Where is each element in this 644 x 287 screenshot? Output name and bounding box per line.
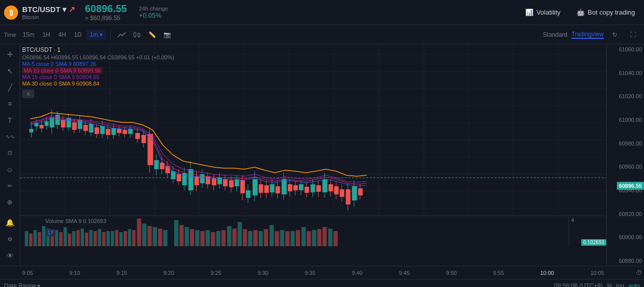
svg-rect-260 xyxy=(111,231,114,246)
svg-rect-221 xyxy=(102,232,106,246)
svg-rect-228 xyxy=(163,230,168,246)
ma30-label: MA 30 close 0 SMA 9 60908.84 xyxy=(22,81,174,87)
time-925: 9:25 xyxy=(210,270,221,276)
line-tool[interactable]: ╱ xyxy=(4,81,17,94)
svg-rect-231 xyxy=(185,227,189,246)
pencil2-tool[interactable]: ✏ xyxy=(4,180,17,192)
log-button[interactable]: log xyxy=(616,282,624,288)
change-section: 24h change +0.05% xyxy=(139,6,168,19)
header: ₿ BTC/USDT ▾ ↗ Bitcoin 60896.55 = $60,89… xyxy=(0,0,644,25)
toolbar: Time 15m 1H 4H 1D 1m ▾ ✏️ 📷 Standard Tra… xyxy=(0,25,644,44)
time-1h[interactable]: 1H xyxy=(39,30,53,40)
price-axis: 61060.00 61040.00 61020.00 61000.00 6098… xyxy=(606,44,644,266)
svg-rect-265 xyxy=(132,230,136,246)
svg-rect-212 xyxy=(63,227,67,246)
svg-rect-166 xyxy=(288,184,292,191)
wave-tool[interactable]: ∿∿ xyxy=(4,130,17,143)
arrow-indicator: ↗ xyxy=(68,5,75,14)
lock-tool[interactable]: ⚙ xyxy=(4,233,17,246)
price-61040: 61040.00 xyxy=(609,70,642,76)
time-1d[interactable]: 1D xyxy=(70,30,85,40)
time-1000: 10:00 xyxy=(540,270,554,276)
svg-rect-230 xyxy=(180,225,184,246)
time-945: 9:45 xyxy=(399,270,410,276)
percent-button[interactable]: % xyxy=(607,282,612,288)
svg-rect-255 xyxy=(312,230,316,246)
time-905: 9:05 xyxy=(22,270,33,276)
collapse-btn[interactable]: ∧ xyxy=(22,90,174,98)
time-axis: 9:05 9:10 9:15 9:20 9:25 9:30 9:35 9:40 … xyxy=(0,266,644,279)
time-axis-icon[interactable]: ⏱ xyxy=(636,269,642,276)
svg-rect-79 xyxy=(117,129,121,133)
alert-tool[interactable]: 🔔 xyxy=(4,217,17,229)
svg-rect-55 xyxy=(72,122,76,130)
date-range-selector[interactable]: Date Range ▾ xyxy=(4,282,40,288)
svg-rect-235 xyxy=(206,230,210,246)
line-chart-icon[interactable] xyxy=(115,28,129,42)
price-60920: 60920.00 xyxy=(609,211,642,217)
svg-rect-175 xyxy=(304,187,309,193)
cursor-tool[interactable]: ↖ xyxy=(4,65,17,78)
volume-container: Volume SMA 9 0.102693 17 xyxy=(20,216,606,246)
time-15m[interactable]: 15m xyxy=(19,30,38,40)
svg-rect-232 xyxy=(190,229,194,246)
zoom-tool[interactable]: ⊕ xyxy=(4,196,17,208)
svg-rect-115 xyxy=(188,169,193,190)
change-label: 24h change xyxy=(139,6,168,12)
price-60980: 60980.00 xyxy=(609,140,642,147)
refresh-icon[interactable]: ↻ xyxy=(608,28,622,42)
view-tradingview[interactable]: Tradingview xyxy=(572,31,604,39)
svg-rect-223 xyxy=(137,219,141,246)
crosshair-tool[interactable]: ✛ xyxy=(4,48,17,61)
time-950: 9:50 xyxy=(446,270,456,276)
current-price-badge: 60896.55 xyxy=(617,182,644,190)
smiley-tool[interactable]: ☺ xyxy=(4,163,17,176)
price-61000: 61000.00 xyxy=(609,117,642,123)
left-tools: ✛ ↖ ╱ ≡ T ∿∿ ⊡ ☺ ✏ ⊕ 🔔 ⚙ 👁 xyxy=(0,44,20,266)
time-4h[interactable]: 4H xyxy=(55,30,69,40)
bottom-bar: Date Range ▾ 09:56:06 (UTC+8) % log auto xyxy=(0,279,644,287)
svg-rect-214 xyxy=(72,231,75,246)
svg-rect-251 xyxy=(290,231,295,246)
time-1m[interactable]: 1m ▾ xyxy=(86,30,106,40)
auto-button[interactable]: auto xyxy=(628,282,640,288)
svg-rect-136 xyxy=(229,180,233,187)
svg-rect-139 xyxy=(234,179,239,186)
svg-rect-64 xyxy=(89,124,94,132)
svg-rect-262 xyxy=(119,232,123,246)
time-930: 9:30 xyxy=(258,270,268,276)
measure-tool[interactable]: ⊡ xyxy=(4,147,17,160)
svg-rect-263 xyxy=(124,231,127,246)
volatility-button[interactable]: 📊 Volatility xyxy=(520,7,566,18)
svg-rect-258 xyxy=(328,229,333,246)
svg-rect-211 xyxy=(59,232,63,246)
chart-main: BTC/USDT · 1 O60896.54 H60896.55 L60896.… xyxy=(20,44,606,266)
time-label: Time xyxy=(4,32,16,38)
eye-tool[interactable]: 👁 xyxy=(4,249,17,262)
svg-rect-160 xyxy=(276,186,280,193)
svg-rect-154 xyxy=(264,185,269,193)
svg-rect-61 xyxy=(84,125,88,131)
svg-rect-245 xyxy=(259,231,263,246)
text-tool[interactable]: T xyxy=(4,114,17,126)
svg-rect-76 xyxy=(111,128,116,135)
ma5-label: MA 5 close 0 SMA 9 60897.26 xyxy=(22,61,174,67)
view-standard[interactable]: Standard xyxy=(543,31,568,38)
svg-rect-193 xyxy=(340,189,344,197)
pencil-icon[interactable]: ✏️ xyxy=(145,28,159,42)
candle-icon[interactable] xyxy=(130,28,144,42)
bot-copy-button[interactable]: 🤖 Bot copy trading xyxy=(572,7,640,18)
chart-info: BTC/USDT · 1 O60896.54 H60896.55 L60896.… xyxy=(22,46,174,98)
svg-rect-145 xyxy=(246,190,251,198)
svg-rect-236 xyxy=(211,232,215,246)
hline-tool[interactable]: ≡ xyxy=(4,98,17,110)
svg-rect-133 xyxy=(223,179,227,186)
fullscreen-icon[interactable]: ⛶ xyxy=(626,28,640,42)
svg-rect-254 xyxy=(307,231,311,246)
svg-rect-241 xyxy=(237,222,242,246)
svg-rect-239 xyxy=(227,226,231,246)
ma15-text: MA 15 close 0 SMA 9 60904.65 xyxy=(22,74,100,80)
time-915: 9:15 xyxy=(116,270,127,276)
camera-icon[interactable]: 📷 xyxy=(160,28,174,42)
price-section: 60896.55 = $60,896.55 xyxy=(85,3,127,22)
